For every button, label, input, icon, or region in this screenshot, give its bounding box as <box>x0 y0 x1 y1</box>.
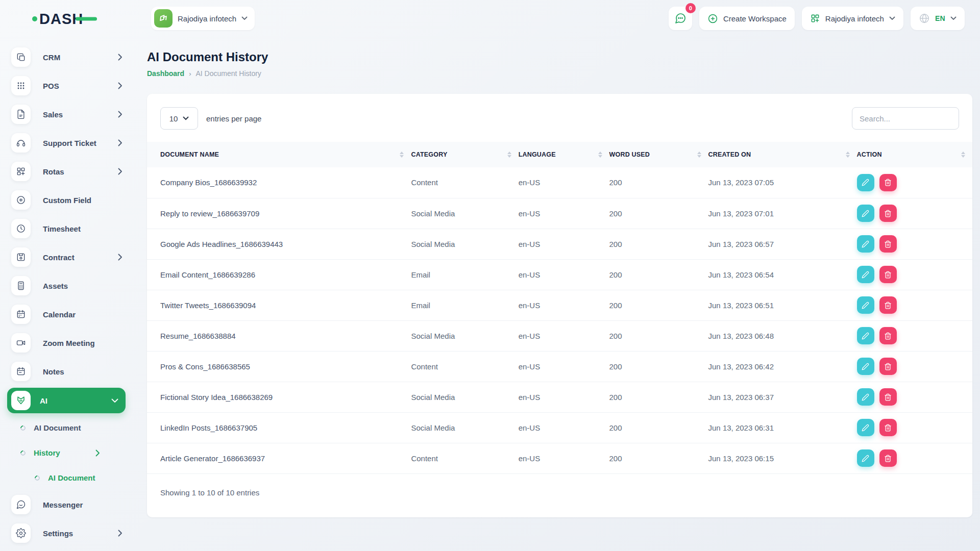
plus-circle-icon <box>707 13 718 24</box>
delete-button[interactable] <box>879 174 897 191</box>
history-table: DOCUMENT NAMECATEGORYLANGUAGEWORD USEDCR… <box>147 142 972 474</box>
create-workspace-button[interactable]: Create Workspace <box>699 7 795 30</box>
notes-icon <box>11 362 31 381</box>
cell-category: Email <box>411 290 518 320</box>
pencil-icon <box>862 302 869 309</box>
chevron-right-icon <box>118 168 122 175</box>
sidebar-item-sales[interactable]: Sales <box>0 100 133 129</box>
sidebar-item-label: Sales <box>43 110 118 119</box>
pencil-icon <box>862 363 869 370</box>
table-row: Resume_1686638884Social Mediaen-US200Jun… <box>147 320 972 351</box>
search-input[interactable] <box>852 107 959 130</box>
workspace-name: Rajodiya infotech <box>178 14 236 23</box>
sidebar-item-custom-field[interactable]: Custom Field <box>0 186 133 214</box>
sidebar-item-pos[interactable]: POS <box>0 71 133 100</box>
trash-icon <box>884 302 892 309</box>
delete-button[interactable] <box>879 358 897 375</box>
sidebar-item-zoom-meeting[interactable]: Zoom Meeting <box>0 329 133 357</box>
sidebar-subsubitem-ai-document[interactable]: AI Document <box>0 465 133 490</box>
trash-icon <box>884 455 892 462</box>
messages-button[interactable]: 0 <box>669 7 692 30</box>
sidebar-item-rotas[interactable]: Rotas <box>0 157 133 186</box>
account-menu[interactable]: Rajodiya infotech <box>802 7 903 30</box>
delete-button[interactable] <box>879 327 897 344</box>
cell-words: 200 <box>609 382 708 412</box>
edit-button[interactable] <box>857 205 874 222</box>
app-logo[interactable]: DASH <box>0 8 133 29</box>
sidebar-item-ai[interactable]: AI <box>7 388 126 413</box>
sidebar-item-support-ticket[interactable]: Support Ticket <box>0 129 133 157</box>
sidebar-subitem-history[interactable]: History <box>0 440 133 465</box>
language-selector[interactable]: EN <box>911 7 965 30</box>
sidebar-item-label: AI <box>40 396 111 405</box>
column-header-language[interactable]: LANGUAGE <box>519 142 609 167</box>
chevron-down-icon <box>889 16 895 20</box>
cell-name: Resume_1686638884 <box>147 320 411 351</box>
calendar-icon <box>11 305 31 324</box>
cell-actions <box>857 290 972 320</box>
edit-button[interactable] <box>857 358 874 375</box>
sidebar-item-crm[interactable]: CRM <box>0 43 133 71</box>
workspace-switcher[interactable]: Rajodiya infotech <box>151 7 255 30</box>
delete-button[interactable] <box>879 205 897 222</box>
delete-button[interactable] <box>879 296 897 314</box>
column-header-document-name[interactable]: DOCUMENT NAME <box>147 142 411 167</box>
delete-button[interactable] <box>879 419 897 436</box>
pencil-icon <box>862 424 869 432</box>
edit-button[interactable] <box>857 296 874 314</box>
table-row: Email Content_1686639286Emailen-US200Jun… <box>147 259 972 290</box>
delete-button[interactable] <box>879 235 897 253</box>
pencil-icon <box>862 393 869 401</box>
column-header-created-on[interactable]: CREATED ON <box>708 142 857 167</box>
sidebar-item-timesheet[interactable]: Timesheet <box>0 214 133 243</box>
cell-category: Social Media <box>411 198 518 229</box>
ai-icon <box>11 391 31 410</box>
timesheet-icon <box>11 219 31 238</box>
sidebar-subitem-ai-document[interactable]: AI Document <box>0 415 133 440</box>
edit-button[interactable] <box>857 327 874 344</box>
cell-category: Content <box>411 443 518 473</box>
contract-icon <box>11 247 31 267</box>
entries-summary: Showing 1 to 10 of 10 entries <box>147 474 972 500</box>
delete-button[interactable] <box>879 388 897 406</box>
sidebar-item-assets[interactable]: Assets <box>0 271 133 300</box>
edit-button[interactable] <box>857 419 874 436</box>
cell-category: Social Media <box>411 320 518 351</box>
table-row: Pros & Cons_1686638565Contenten-US200Jun… <box>147 351 972 382</box>
sidebar-item-calendar[interactable]: Calendar <box>0 300 133 329</box>
sort-icon <box>400 152 404 158</box>
dash-logo-icon: DASH <box>32 8 98 29</box>
sort-icon <box>961 152 965 158</box>
trash-icon <box>884 210 892 217</box>
edit-button[interactable] <box>857 266 874 283</box>
cell-actions <box>857 167 972 198</box>
cell-actions <box>857 412 972 443</box>
crm-icon <box>11 47 31 67</box>
column-header-action[interactable]: ACTION <box>857 142 972 167</box>
cell-created: Jun 13, 2023 07:01 <box>708 198 857 229</box>
cell-language: en-US <box>519 259 609 290</box>
trash-icon <box>884 363 892 370</box>
sidebar-item-label: Settings <box>43 529 118 538</box>
sidebar-item-messenger[interactable]: Messenger <box>0 490 133 519</box>
edit-button[interactable] <box>857 235 874 253</box>
sidebar-subitem-label: AI Document <box>48 473 133 482</box>
cell-name: LinkedIn Posts_1686637905 <box>147 412 411 443</box>
table-row: Fictional Story Idea_1686638269Social Me… <box>147 382 972 412</box>
sidebar-item-contract[interactable]: Contract <box>0 243 133 271</box>
edit-button[interactable] <box>857 449 874 467</box>
cell-name: Twitter Tweets_1686639094 <box>147 290 411 320</box>
delete-button[interactable] <box>879 266 897 283</box>
sidebar-item-notes[interactable]: Notes <box>0 357 133 386</box>
column-header-word-used[interactable]: WORD USED <box>609 142 708 167</box>
sidebar-item-settings[interactable]: Settings <box>0 519 133 547</box>
column-header-category[interactable]: CATEGORY <box>411 142 518 167</box>
chevron-down-icon <box>241 16 248 20</box>
edit-button[interactable] <box>857 174 874 191</box>
edit-button[interactable] <box>857 388 874 406</box>
page-size-select[interactable]: 10 <box>160 107 198 130</box>
delete-button[interactable] <box>879 449 897 467</box>
cell-actions <box>857 198 972 229</box>
cell-category: Content <box>411 351 518 382</box>
breadcrumb-dashboard-link[interactable]: Dashboard <box>147 69 184 78</box>
